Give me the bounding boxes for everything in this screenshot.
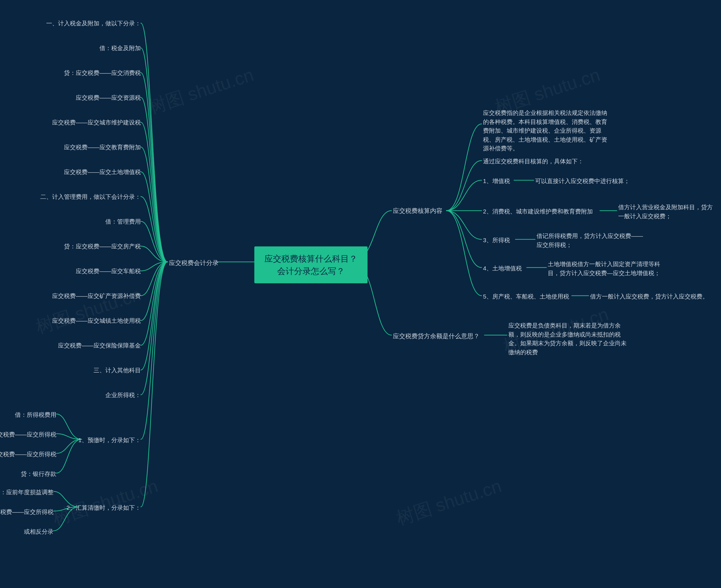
l-item-9: 贷：应交税费——应交房产税 bbox=[64, 242, 141, 251]
r1-c5-detail: 借记所得税费用，贷方计入应交税费——应交所得税； bbox=[536, 231, 643, 249]
r1-c4-label: 2、消费税、城市建设维护费和教育费附加 bbox=[483, 207, 593, 216]
r2-detail: 应交税费是负债类科目，期末若是为借方余额，则反映的是企业多缴纳或尚未抵扣的税金。… bbox=[508, 321, 627, 357]
l-item-0: 一、计入税金及附加，做以下分录： bbox=[46, 19, 141, 28]
r1-c4-detail: 借方计入营业税金及附加科目，贷方一般计入应交税费； bbox=[618, 203, 717, 220]
l-item-11: 应交税费——应交矿产资源补偿费 bbox=[52, 292, 141, 300]
l-sub1-3: 贷：银行存款 bbox=[21, 469, 56, 479]
l-item-5: 应交税费——应交教育费附加 bbox=[64, 143, 141, 152]
l-sub1: 1、预缴时，分录如下： bbox=[78, 436, 141, 445]
center-node: 应交税费核算什么科目？ 会计分录怎么写？ bbox=[254, 246, 367, 283]
branch-left: 应交税费会计分录 bbox=[169, 258, 218, 268]
r1-c7-label: 5、房产税、车船税、土地使用税 bbox=[483, 292, 569, 301]
l-item-12: 应交税费——应交城镇土地使用税 bbox=[52, 316, 141, 325]
l-sub2-2: 或相反分录 bbox=[24, 527, 54, 536]
l-item-4: 应交税费——应交城市维护建设税 bbox=[52, 118, 141, 127]
branch-right-1: 应交税费核算内容 bbox=[393, 206, 443, 215]
l-item-14: 三、计入其他科目 bbox=[93, 366, 141, 375]
r1-c7-detail: 借方一般计入应交税费，贷方计入应交税费。 bbox=[590, 292, 708, 301]
branch-right-2: 应交税费贷方余额是什么意思？ bbox=[393, 332, 480, 341]
l-item-8: 借：管理费用 bbox=[105, 217, 141, 226]
l-sub2-1: 贷：应交税费——应交所得税 bbox=[0, 507, 54, 517]
mindmap-stage: 树图 shutu.cn 树图 shutu.cn 树图 shutu.cn 树图 s… bbox=[0, 0, 721, 588]
r1-c1: 应交税费指的是企业根据相关税法规定依法缴纳的各种税费。本科目核算增值税、消费税、… bbox=[483, 108, 610, 153]
r1-c3-label: 1、增值税 bbox=[483, 176, 510, 186]
watermark: 树图 shutu.cn bbox=[33, 282, 144, 339]
l-item-6: 应交税费——应交土地增值税 bbox=[64, 168, 141, 176]
l-item-2: 贷：应交税费——应交消费税 bbox=[64, 68, 141, 78]
l-sub2: 2、汇算清缴时，分录如下： bbox=[66, 503, 141, 512]
l-item-13: 应交税费——应交保险保障基金 bbox=[58, 341, 141, 350]
watermark: 树图 shutu.cn bbox=[145, 63, 257, 120]
center-line2: 会计分录怎么写？ bbox=[277, 267, 345, 276]
watermark: 树图 shutu.cn bbox=[49, 474, 161, 531]
r1-c5-label: 3、所得税 bbox=[483, 236, 510, 245]
center-line1: 应交税费核算什么科目？ bbox=[264, 254, 357, 263]
l-sub1-0: 借：所得税费用 bbox=[15, 410, 56, 419]
l-sub2-0: 借：应前年度损益调整 bbox=[0, 488, 54, 497]
l-item-10: 应交税费——应交车船税 bbox=[76, 267, 141, 276]
watermark: 树图 shutu.cn bbox=[393, 474, 505, 531]
r1-c3-detail: 可以直接计入应交税费中进行核算； bbox=[535, 176, 630, 186]
l-item-3: 应交税费——应交资源税 bbox=[76, 93, 141, 102]
l-sub1-2: 借：应交税费——应交所得税 bbox=[0, 450, 56, 459]
l-sub1-1: 贷：应交税费——应交所得税 bbox=[0, 430, 56, 439]
r1-c2: 通过应交税费科目核算的，具体如下： bbox=[483, 157, 584, 166]
r1-c6-detail: 土地增值税借方一般计入固定资产清理等科目，贷方计入应交税费—应交土地增值税； bbox=[548, 260, 660, 277]
l-item-15: 企业所得税： bbox=[105, 391, 141, 400]
l-item-7: 二、计入管理费用，做以下会计分录： bbox=[40, 192, 141, 201]
r1-c6-label: 4、土地增值税 bbox=[483, 264, 522, 273]
l-item-1: 借：税金及附加 bbox=[100, 44, 141, 52]
